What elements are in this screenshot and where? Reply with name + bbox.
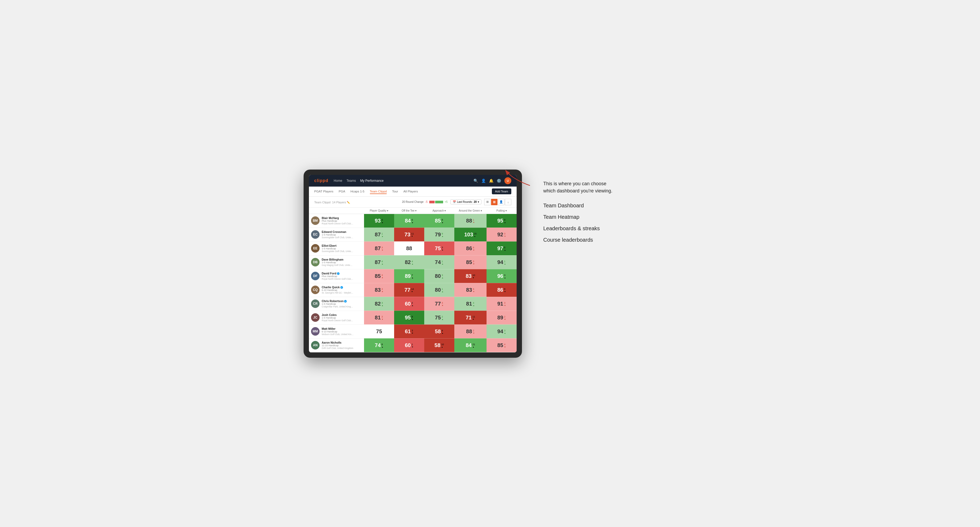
score-cell-putting: 96 3 ▲ — [487, 269, 517, 283]
score-value: 74 — [435, 259, 441, 265]
player-handicap: 1-5 Handicap — [322, 233, 362, 236]
score-cell-around: 86 6 ▼ — [454, 241, 487, 255]
score-cell-around: 83 10 ▼ — [454, 269, 487, 283]
annotation-item-2: Leaderboards & streaks — [543, 225, 671, 232]
score-inner: 74 1 ▲ — [424, 256, 454, 269]
add-team-button[interactable]: Add Team — [492, 189, 511, 194]
player-cell: EC Edward Crossman 1-5 Handicap Sunningd… — [309, 227, 364, 241]
score-change: 10 ▲ — [441, 343, 444, 348]
col-header-quality[interactable]: Player Quality ▾ — [364, 208, 394, 214]
score-cell-approach: 75 3 ▼ — [424, 241, 454, 255]
score-cell-tee: 73 11 ▼ — [394, 227, 424, 241]
score-inner: 83 10 ▼ — [454, 269, 487, 283]
player-club: Royal North Devon Golf Club, United King… — [322, 319, 354, 322]
score-value: 94 — [497, 259, 503, 265]
score-change: 6 ▲ — [412, 219, 413, 224]
player-details: Edward Crossman 1-5 Handicap Sunningdale… — [322, 230, 362, 239]
score-change: 9 ▲ — [504, 219, 506, 224]
nav-hcaps[interactable]: Hcaps 1-5 — [350, 189, 364, 194]
score-value: 94 — [497, 329, 503, 334]
annotation-item-3: Course leaderboards — [543, 237, 671, 243]
score-cell-approach: 79 9 ▲ — [424, 227, 454, 241]
player-name: Charlie Quick✓ — [322, 286, 362, 289]
score-change: 21 ▲ — [473, 343, 475, 348]
player-name: Aaron Nicholls — [322, 341, 362, 344]
secondary-nav: PGAT Players PGA Hcaps 1-5 Team Clippd T… — [309, 187, 517, 197]
score-cell-around: 88 1 ▼ — [454, 214, 487, 227]
score-value: 60 — [405, 343, 410, 348]
nav-pga[interactable]: PGA — [339, 189, 345, 194]
score-cell-tee: 61 3 ▼ — [394, 324, 424, 338]
nav-tour[interactable]: Tour — [392, 189, 398, 194]
table-row[interactable]: EE Elliot Ebert 1-5 Handicap Sunningdale… — [309, 241, 517, 255]
nav-team-clippd[interactable]: Team Clippd — [370, 189, 387, 194]
score-cell-approach: 58 10 ▲ — [424, 338, 454, 352]
profile-icon[interactable]: 👤 — [481, 179, 486, 183]
table-row[interactable]: DB Dave Billingham 1-5 Handicap Gog Mago… — [309, 255, 517, 269]
table-row[interactable]: CR Chris Robertson✓ 1-5 Handicap Craigmi… — [309, 297, 517, 311]
player-name: Blair McHarg — [322, 216, 362, 220]
nav-links: Home Teams My Performance — [334, 178, 468, 184]
col-header-putting[interactable]: Putting ▾ — [487, 208, 517, 214]
score-change: 4 ▲ — [412, 260, 413, 265]
app-logo: clippd — [314, 178, 328, 183]
col-header-around[interactable]: Around the Green ▾ — [454, 208, 487, 214]
score-cell-approach: 80 3 ▲ — [424, 269, 454, 283]
score-change: 1 ▲ — [382, 233, 383, 237]
player-cell: DB Dave Billingham 1-5 Handicap Gog Mago… — [309, 255, 364, 269]
search-icon[interactable]: 🔍 — [474, 179, 478, 183]
score-cell-tee: 84 6 ▲ — [394, 214, 424, 227]
edit-icon[interactable]: ✏️ — [347, 201, 350, 204]
table-row[interactable]: JC Josh Coles 1-5 Handicap Royal North D… — [309, 311, 517, 324]
score-inner: 80 1 ▲ — [424, 283, 454, 297]
score-value: 89 — [405, 273, 410, 279]
score-cell-quality: 87 4 ▲ — [364, 255, 394, 269]
view-btn-export[interactable]: ↓ — [505, 199, 511, 205]
score-inner: 85 8 ▲ — [424, 214, 454, 227]
player-club: Sunningdale Golf Club, United Kingdom — [322, 250, 354, 252]
score-cell-around: 88 2 ▼ — [454, 324, 487, 338]
score-value: 83 — [375, 287, 380, 292]
player-avatar: MM — [311, 327, 320, 336]
nav-all-players[interactable]: All Players — [403, 189, 418, 194]
tablet-screen: clippd Home Teams My Performance 🔍 👤 🔔 ⚙… — [309, 175, 517, 352]
score-cell-quality: 83 3 ▼ — [364, 283, 394, 297]
score-change: 10 ▼ — [473, 274, 475, 279]
player-cell: EE Elliot Ebert 1-5 Handicap Sunningdale… — [309, 241, 364, 255]
round-change: 20 Round Change -5 +5 — [402, 200, 448, 203]
score-cell-approach: 80 1 ▲ — [424, 283, 454, 297]
score-value: 95 — [405, 315, 410, 320]
nav-link-teams[interactable]: Teams — [347, 178, 356, 184]
col-header-tee[interactable]: Off the Tee ▾ — [394, 208, 424, 214]
player-avatar: CQ — [311, 286, 320, 294]
player-avatar: EE — [311, 244, 320, 252]
annotation-items: Team Dashboard Team Heatmap Leaderboards… — [543, 203, 671, 243]
table-row[interactable]: BM Blair McHarg Plus Handicap Royal Nort… — [309, 214, 517, 227]
bell-icon[interactable]: 🔔 — [489, 179, 493, 183]
table-row[interactable]: EC Edward Crossman 1-5 Handicap Sunningd… — [309, 227, 517, 241]
score-value: 58 — [434, 343, 441, 348]
score-change: 1 ▲ — [442, 288, 444, 293]
score-change: 7 ▲ — [412, 274, 413, 279]
nav-link-home[interactable]: Home — [334, 178, 342, 184]
nav-link-my-performance[interactable]: My Performance — [360, 178, 383, 184]
table-row[interactable]: AN Aaron Nicholls 11-15 Handicap Drift G… — [309, 338, 517, 352]
player-club: Sunningdale Golf Club, United Kingdom — [322, 236, 354, 239]
nav-pgat[interactable]: PGAT Players — [314, 189, 333, 194]
view-btn-heatmap[interactable]: ▦ — [491, 199, 498, 205]
player-avatar: JC — [311, 313, 320, 322]
score-inner: 77 14 ▼ — [394, 283, 424, 297]
score-inner: 94 1 ▲ — [487, 256, 517, 269]
view-btn-grid[interactable]: ⊞ — [484, 199, 490, 205]
col-header-approach[interactable]: Approach ▾ — [424, 208, 454, 214]
score-inner: 85 3 ▼ — [364, 269, 394, 283]
table-row[interactable]: DF David Ford✓ Plus Handicap Royal North… — [309, 269, 517, 283]
player-handicap: 11-15 Handicap — [322, 344, 362, 347]
score-value: 82 — [405, 259, 410, 265]
table-row[interactable]: CQ Charlie Quick✓ 6-10 Handicap St. Geor… — [309, 283, 517, 297]
view-btn-list[interactable]: 👤 — [498, 199, 504, 205]
table-row[interactable]: MM Matt Miller 6-10 Handicap Woburn Golf… — [309, 324, 517, 338]
last-rounds-button[interactable]: 📅 Last Rounds: 20 ▾ — [450, 199, 482, 205]
player-avatar: DB — [311, 258, 320, 267]
player-handicap: 1-5 Handicap — [322, 247, 362, 250]
